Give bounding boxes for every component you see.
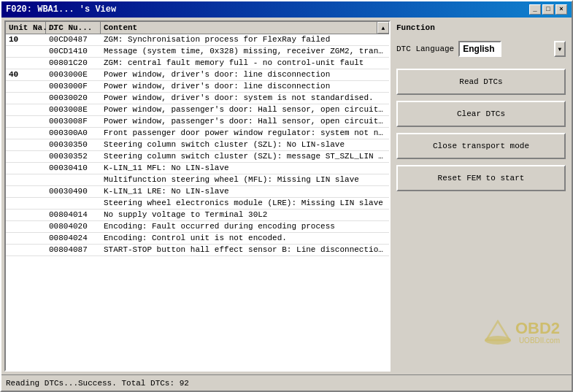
- cell-unit: [6, 104, 46, 115]
- table-row[interactable]: 00030352Steering column switch cluster (…: [6, 151, 389, 163]
- cell-dtc: 0003000F: [46, 81, 101, 92]
- close-button[interactable]: ×: [555, 4, 567, 15]
- cell-unit: [6, 46, 46, 57]
- main-content: Unit Na... DTC Nu... Content ▲ 1000CD048…: [1, 18, 572, 374]
- cell-content: Power window, driver's door: system is n…: [101, 93, 389, 104]
- table-row[interactable]: 0003008EPower window, passenger's door: …: [6, 104, 389, 116]
- cell-dtc: 00804087: [46, 245, 101, 255]
- cell-content: Message (system time, 0x328) missing, re…: [101, 46, 389, 57]
- scroll-up-button[interactable]: ▲: [377, 22, 389, 34]
- watermark-url: UOBDII.com: [515, 337, 560, 345]
- maximize-button[interactable]: □: [542, 4, 554, 15]
- cell-content: Multifunction steering wheel (MFL): Miss…: [101, 174, 389, 185]
- close-transport-button[interactable]: Close transport mode: [396, 133, 566, 159]
- table-row[interactable]: 00030020Power window, driver's door: sys…: [6, 93, 389, 104]
- table-row[interactable]: 00804020Encoding: Fault occurred during …: [6, 221, 389, 233]
- table-row[interactable]: 0003000FPower window, driver's door: lin…: [6, 81, 389, 93]
- cell-content: ZGM: central fault memory full - no cont…: [101, 58, 389, 69]
- cell-content: START-STOP button hall effect sensor B: …: [101, 245, 389, 255]
- cell-unit: [6, 186, 46, 197]
- col-header-unit: Unit Na...: [6, 22, 46, 34]
- cell-dtc: 00030410: [46, 163, 101, 174]
- minimize-button[interactable]: _: [529, 4, 541, 15]
- language-select[interactable]: English German French Spanish: [458, 41, 501, 57]
- cell-dtc: 00801C20: [46, 58, 101, 69]
- dtc-panel: Unit Na... DTC Nu... Content ▲ 1000CD048…: [4, 20, 391, 372]
- cell-unit: [6, 128, 46, 139]
- table-row[interactable]: 00804014No supply voltage to Terminal 30…: [6, 210, 389, 221]
- cell-unit: [6, 139, 46, 150]
- watermark: OBD2 UOBDII.com: [483, 320, 560, 345]
- reset-fem-button[interactable]: Reset FEM to start: [396, 165, 566, 191]
- table-row[interactable]: 0003008FPower window, passenger's door: …: [6, 116, 389, 128]
- language-select-wrapper: English German French Spanish ▼: [458, 41, 566, 57]
- table-header: Unit Na... DTC Nu... Content ▲: [6, 22, 389, 34]
- cell-dtc: [46, 174, 101, 185]
- col-header-dtc: DTC Nu...: [46, 22, 101, 34]
- table-row[interactable]: 00030350Steering column switch cluster (…: [6, 139, 389, 151]
- col-header-content: Content: [101, 22, 377, 34]
- table-row[interactable]: 1000CD0487ZGM: Synchronisation process f…: [6, 34, 389, 46]
- language-label: DTC Language: [396, 45, 454, 53]
- cell-content: Power window, passenger's door: Hall sen…: [101, 116, 389, 127]
- status-text: Reading DTCs...Success. Total DTCs: 92: [6, 379, 189, 388]
- cell-content: Power window, driver's door: line discon…: [101, 81, 389, 92]
- function-title: Function: [396, 23, 566, 32]
- cell-unit: [6, 210, 46, 220]
- table-row[interactable]: 00030490K-LIN_11 LRE: No LIN-slave: [6, 186, 389, 198]
- select-arrow-icon: ▼: [554, 41, 566, 57]
- cell-unit: [6, 151, 46, 162]
- cell-dtc: 00804014: [46, 210, 101, 220]
- table-row[interactable]: 00CD1410Message (system time, 0x328) mis…: [6, 46, 389, 58]
- cell-unit: [6, 116, 46, 127]
- cell-content: No supply voltage to Terminal 30L2: [101, 210, 389, 220]
- cell-content: K-LIN_11 MFL: No LIN-slave: [101, 163, 389, 174]
- cell-unit: [6, 93, 46, 104]
- main-window: F020: WBA1... 's View _ □ × Unit Na... D…: [0, 0, 573, 392]
- table-row[interactable]: 00801C20ZGM: central fault memory full -…: [6, 58, 389, 69]
- cell-content: Steering column switch cluster (SZL): No…: [101, 139, 389, 150]
- dtc-table-scroll[interactable]: 1000CD0487ZGM: Synchronisation process f…: [6, 34, 389, 370]
- cell-dtc: 00CD1410: [46, 46, 101, 57]
- table-row[interactable]: Multifunction steering wheel (MFL): Miss…: [6, 174, 389, 186]
- cell-dtc: 00030352: [46, 151, 101, 162]
- cell-content: Power window, passenger's door: Hall sen…: [101, 104, 389, 115]
- read-dtcs-button[interactable]: Read DTCs: [396, 69, 566, 95]
- cell-dtc: [46, 198, 101, 209]
- cell-dtc: 00030490: [46, 186, 101, 197]
- cell-content: ZGM: Synchronisation process for FlexRay…: [101, 34, 389, 45]
- cell-content: Steering column switch cluster (SZL): me…: [101, 151, 389, 162]
- cell-dtc: 00030350: [46, 139, 101, 150]
- title-bar: F020: WBA1... 's View _ □ ×: [1, 1, 572, 18]
- table-row[interactable]: 00804024Encoding: Control unit is not en…: [6, 233, 389, 245]
- cell-content: Steering wheel electronics module (LRE):…: [101, 198, 389, 209]
- table-row[interactable]: 400003000EPower window, driver's door: l…: [6, 69, 389, 81]
- table-row[interactable]: 00030410K-LIN_11 MFL: No LIN-slave: [6, 163, 389, 174]
- cell-content: K-LIN_11 LRE: No LIN-slave: [101, 186, 389, 197]
- cell-unit: 10: [6, 34, 46, 45]
- clear-dtcs-button[interactable]: Clear DTCs: [396, 101, 566, 127]
- table-row[interactable]: Steering wheel electronics module (LRE):…: [6, 198, 389, 210]
- function-panel: Function DTC Language English German Fre…: [393, 20, 569, 372]
- language-row: DTC Language English German French Spani…: [396, 41, 566, 57]
- cell-unit: [6, 163, 46, 174]
- title-bar-buttons: _ □ ×: [529, 4, 567, 15]
- cell-dtc: 0003008E: [46, 104, 101, 115]
- watermark-obd2: OBD2: [515, 320, 560, 337]
- status-bar: Reading DTCs...Success. Total DTCs: 92: [1, 374, 572, 391]
- table-row[interactable]: 000300A0Front passenger door power windo…: [6, 128, 389, 139]
- cell-unit: [6, 174, 46, 185]
- cell-unit: [6, 58, 46, 69]
- cell-content: Encoding: Fault occurred during encoding…: [101, 221, 389, 232]
- cell-dtc: 000300A0: [46, 128, 101, 139]
- cell-content: Power window, driver's door: line discon…: [101, 69, 389, 80]
- cell-unit: [6, 81, 46, 92]
- cell-dtc: 00CD0487: [46, 34, 101, 45]
- cell-unit: 40: [6, 69, 46, 80]
- table-row[interactable]: 00804087START-STOP button hall effect se…: [6, 245, 389, 256]
- cell-dtc: 00804020: [46, 221, 101, 232]
- cell-dtc: 00804024: [46, 233, 101, 244]
- cell-dtc: 0003008F: [46, 116, 101, 127]
- cell-unit: [6, 245, 46, 255]
- cell-unit: [6, 221, 46, 232]
